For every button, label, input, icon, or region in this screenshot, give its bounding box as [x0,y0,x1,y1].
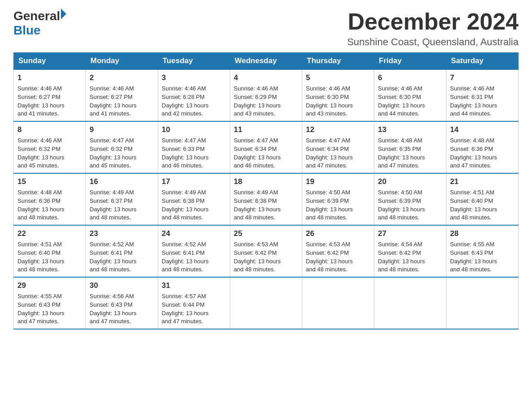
day-number: 3 [162,73,226,84]
table-row: 9 Sunrise: 4:47 AMSunset: 6:32 PMDayligh… [86,121,158,173]
day-info: Sunrise: 4:46 AMSunset: 6:27 PMDaylight:… [17,85,64,117]
day-info: Sunrise: 4:46 AMSunset: 6:30 PMDaylight:… [306,85,353,117]
day-number: 15 [17,176,82,188]
day-number: 27 [378,228,442,240]
table-row: 20 Sunrise: 4:50 AMSunset: 6:39 PMDaylig… [374,173,446,225]
day-info: Sunrise: 4:52 AMSunset: 6:41 PMDaylight:… [162,241,209,273]
day-number: 26 [306,228,370,240]
day-number: 12 [306,124,370,136]
table-row: 18 Sunrise: 4:49 AMSunset: 6:38 PMDaylig… [230,173,302,225]
day-number: 16 [90,176,154,188]
day-info: Sunrise: 4:50 AMSunset: 6:39 PMDaylight:… [306,189,353,221]
table-row: 23 Sunrise: 4:52 AMSunset: 6:41 PMDaylig… [86,225,158,277]
day-info: Sunrise: 4:47 AMSunset: 6:32 PMDaylight:… [90,137,137,169]
day-info: Sunrise: 4:55 AMSunset: 6:43 PMDaylight:… [450,241,497,273]
day-number: 6 [378,73,442,84]
day-number: 1 [17,73,82,84]
day-number: 23 [90,228,154,240]
day-info: Sunrise: 4:48 AMSunset: 6:36 PMDaylight:… [17,189,64,221]
day-number: 19 [306,176,370,188]
col-wednesday: Wednesday [230,53,302,70]
day-info: Sunrise: 4:52 AMSunset: 6:41 PMDaylight:… [90,241,137,273]
day-info: Sunrise: 4:47 AMSunset: 6:33 PMDaylight:… [162,137,209,169]
day-info: Sunrise: 4:48 AMSunset: 6:35 PMDaylight:… [378,137,425,169]
table-row: 11 Sunrise: 4:47 AMSunset: 6:34 PMDaylig… [230,121,302,173]
day-info: Sunrise: 4:50 AMSunset: 6:39 PMDaylight:… [378,189,425,221]
table-row: 12 Sunrise: 4:47 AMSunset: 6:34 PMDaylig… [302,121,374,173]
col-friday: Friday [374,53,446,70]
day-number: 5 [306,73,370,84]
day-info: Sunrise: 4:48 AMSunset: 6:36 PMDaylight:… [450,137,497,169]
day-info: Sunrise: 4:54 AMSunset: 6:42 PMDaylight:… [378,241,425,273]
logo: General Blue [13,9,66,38]
day-info: Sunrise: 4:55 AMSunset: 6:43 PMDaylight:… [17,293,64,325]
day-info: Sunrise: 4:47 AMSunset: 6:34 PMDaylight:… [234,137,281,169]
table-row: 30 Sunrise: 4:56 AMSunset: 6:43 PMDaylig… [86,277,158,329]
logo-blue-text: Blue [13,23,41,38]
calendar-header-row: Sunday Monday Tuesday Wednesday Thursday… [14,53,519,70]
day-number: 24 [162,228,226,240]
day-info: Sunrise: 4:51 AMSunset: 6:40 PMDaylight:… [17,241,64,273]
table-row: 22 Sunrise: 4:51 AMSunset: 6:40 PMDaylig… [14,225,86,277]
day-info: Sunrise: 4:47 AMSunset: 6:34 PMDaylight:… [306,137,353,169]
day-info: Sunrise: 4:49 AMSunset: 6:38 PMDaylight:… [234,189,281,221]
table-row [374,277,446,329]
day-number: 17 [162,176,226,188]
logo-general-text: General [13,9,60,23]
day-number: 29 [17,280,82,291]
day-info: Sunrise: 4:51 AMSunset: 6:40 PMDaylight:… [450,189,497,221]
col-tuesday: Tuesday [158,53,230,70]
day-number: 10 [162,124,226,136]
day-number: 22 [17,228,82,240]
table-row: 16 Sunrise: 4:49 AMSunset: 6:37 PMDaylig… [86,173,158,225]
day-info: Sunrise: 4:46 AMSunset: 6:29 PMDaylight:… [234,85,281,117]
day-number: 7 [450,73,515,84]
day-number: 21 [450,176,515,188]
day-info: Sunrise: 4:49 AMSunset: 6:37 PMDaylight:… [90,189,137,221]
table-row: 6 Sunrise: 4:46 AMSunset: 6:30 PMDayligh… [374,69,446,121]
table-row: 7 Sunrise: 4:46 AMSunset: 6:31 PMDayligh… [446,69,519,121]
table-row: 13 Sunrise: 4:48 AMSunset: 6:35 PMDaylig… [374,121,446,173]
table-row: 14 Sunrise: 4:48 AMSunset: 6:36 PMDaylig… [446,121,519,173]
col-sunday: Sunday [14,53,86,70]
col-monday: Monday [86,53,158,70]
table-row: 29 Sunrise: 4:55 AMSunset: 6:43 PMDaylig… [14,277,86,329]
day-info: Sunrise: 4:46 AMSunset: 6:30 PMDaylight:… [378,85,425,117]
day-number: 28 [450,228,515,240]
table-row: 1 Sunrise: 4:46 AMSunset: 6:27 PMDayligh… [14,69,86,121]
day-info: Sunrise: 4:53 AMSunset: 6:42 PMDaylight:… [234,241,281,273]
day-info: Sunrise: 4:49 AMSunset: 6:38 PMDaylight:… [162,189,209,221]
day-info: Sunrise: 4:46 AMSunset: 6:31 PMDaylight:… [450,85,497,117]
table-row: 26 Sunrise: 4:53 AMSunset: 6:42 PMDaylig… [302,225,374,277]
page-header: General Blue December 2024 Sunshine Coas… [13,9,519,48]
table-row: 25 Sunrise: 4:53 AMSunset: 6:42 PMDaylig… [230,225,302,277]
table-row [446,277,519,329]
day-info: Sunrise: 4:46 AMSunset: 6:28 PMDaylight:… [162,85,209,117]
location-subtitle: Sunshine Coast, Queensland, Australia [347,36,519,48]
day-number: 14 [450,124,515,136]
calendar-table: Sunday Monday Tuesday Wednesday Thursday… [13,52,519,330]
day-info: Sunrise: 4:46 AMSunset: 6:27 PMDaylight:… [90,85,137,117]
table-row: 3 Sunrise: 4:46 AMSunset: 6:28 PMDayligh… [158,69,230,121]
day-number: 30 [90,280,154,291]
day-number: 4 [234,73,298,84]
day-number: 2 [90,73,154,84]
table-row [302,277,374,329]
table-row: 27 Sunrise: 4:54 AMSunset: 6:42 PMDaylig… [374,225,446,277]
col-saturday: Saturday [446,53,519,70]
day-info: Sunrise: 4:57 AMSunset: 6:44 PMDaylight:… [162,293,209,325]
table-row: 21 Sunrise: 4:51 AMSunset: 6:40 PMDaylig… [446,173,519,225]
day-number: 25 [234,228,298,240]
table-row [230,277,302,329]
table-row: 8 Sunrise: 4:46 AMSunset: 6:32 PMDayligh… [14,121,86,173]
day-number: 31 [162,280,226,291]
day-info: Sunrise: 4:46 AMSunset: 6:32 PMDaylight:… [17,137,64,169]
table-row: 15 Sunrise: 4:48 AMSunset: 6:36 PMDaylig… [14,173,86,225]
day-info: Sunrise: 4:53 AMSunset: 6:42 PMDaylight:… [306,241,353,273]
day-number: 11 [234,124,298,136]
day-number: 9 [90,124,154,136]
day-number: 20 [378,176,442,188]
table-row: 17 Sunrise: 4:49 AMSunset: 6:38 PMDaylig… [158,173,230,225]
table-row: 19 Sunrise: 4:50 AMSunset: 6:39 PMDaylig… [302,173,374,225]
col-thursday: Thursday [302,53,374,70]
